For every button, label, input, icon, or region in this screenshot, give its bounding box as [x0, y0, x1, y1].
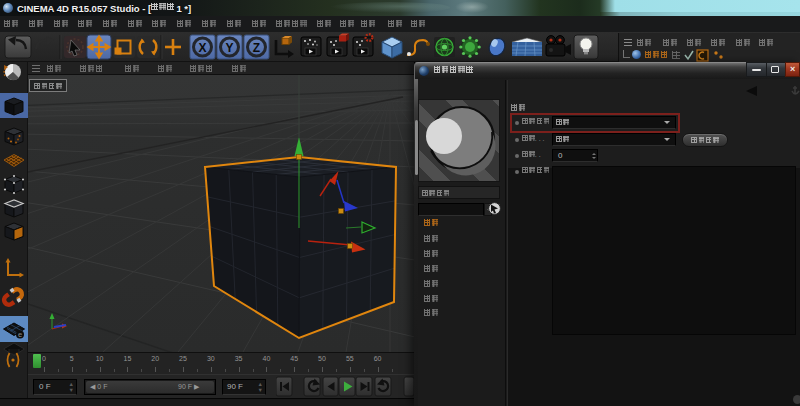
svg-text:X: X	[198, 41, 206, 55]
svg-text:e: e	[18, 330, 22, 339]
svg-text:Y: Y	[225, 41, 233, 55]
svg-text:Z: Z	[253, 41, 260, 55]
